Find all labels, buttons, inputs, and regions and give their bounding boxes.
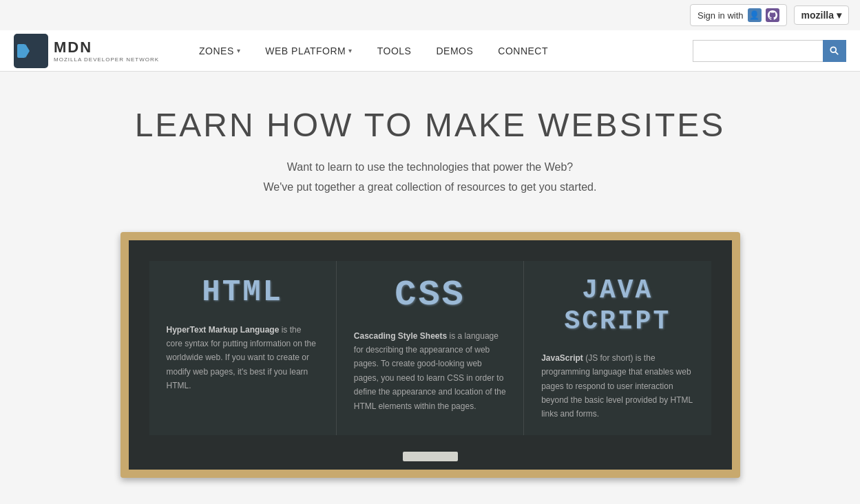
html-chalk-title: HTML (167, 275, 319, 309)
logo-link[interactable]: MDN MOZILLA DEVELOPER NETWORK (14, 34, 159, 68)
css-description: Cascading Style Sheets is a language for… (354, 329, 506, 413)
mdn-logo-icon (14, 34, 48, 68)
zones-chevron-icon: ▾ (237, 47, 241, 54)
css-section: CSS Cascading Style Sheets is a language… (337, 261, 524, 435)
search-input[interactable] (693, 40, 823, 62)
hero-title: LEARN HOW TO MAKE WEBSITES (14, 106, 846, 144)
nav-item-connect[interactable]: CONNECT (485, 30, 560, 72)
blackboard-wrapper: HTML HyperText Markup Language is the co… (107, 232, 754, 478)
logo-mdn: MDN (54, 39, 159, 56)
nav-item-demos[interactable]: DEMOS (423, 30, 485, 72)
sign-in-button[interactable]: Sign in with 👤 (690, 4, 786, 26)
sign-in-label: Sign in with (698, 10, 743, 21)
svg-rect-1 (17, 44, 25, 58)
blackboard-frame: HTML HyperText Markup Language is the co… (120, 232, 740, 478)
js-description: JavaScript (JS for short) is the program… (541, 351, 693, 421)
mozilla-chevron-icon: ▾ (837, 10, 841, 21)
hero-section: LEARN HOW TO MAKE WEBSITES Want to learn… (0, 72, 860, 218)
html-section: HTML HyperText Markup Language is the co… (149, 261, 337, 435)
github-icon (766, 8, 779, 22)
persona-icon: 👤 (748, 8, 762, 22)
logo-text: MDN MOZILLA DEVELOPER NETWORK (54, 39, 159, 63)
svg-point-3 (830, 47, 836, 52)
search-button[interactable] (823, 40, 846, 62)
web-platform-chevron-icon: ▾ (348, 47, 353, 54)
svg-line-4 (835, 52, 838, 54)
js-chalk-title: JAVASCRIPT (541, 275, 693, 337)
nav-item-zones[interactable]: ZONES ▾ (187, 30, 253, 72)
js-section: JAVASCRIPT JavaScript (JS for short) is … (524, 261, 711, 435)
mozilla-button[interactable]: mozilla ▾ (794, 6, 849, 25)
blackboard-inner: HTML HyperText Markup Language is the co… (149, 261, 711, 435)
mozilla-label: mozilla (801, 10, 834, 21)
search-box (693, 40, 846, 62)
hero-subtitle: Want to learn to use the technologies th… (14, 158, 846, 198)
chalk-ledge (403, 452, 458, 461)
top-bar: Sign in with 👤 mozilla ▾ (0, 0, 860, 30)
css-chalk-title: CSS (354, 275, 506, 315)
logo-sub: MOZILLA DEVELOPER NETWORK (54, 56, 159, 63)
main-nav: MDN MOZILLA DEVELOPER NETWORK ZONES ▾ WE… (0, 30, 860, 72)
nav-item-web-platform[interactable]: WEB PLATFORM ▾ (253, 30, 364, 72)
nav-links: ZONES ▾ WEB PLATFORM ▾ TOOLS DEMOS CONNE… (187, 30, 693, 72)
html-description: HyperText Markup Language is the core sy… (167, 323, 319, 393)
nav-item-tools[interactable]: TOOLS (365, 30, 424, 72)
search-icon (830, 46, 839, 56)
